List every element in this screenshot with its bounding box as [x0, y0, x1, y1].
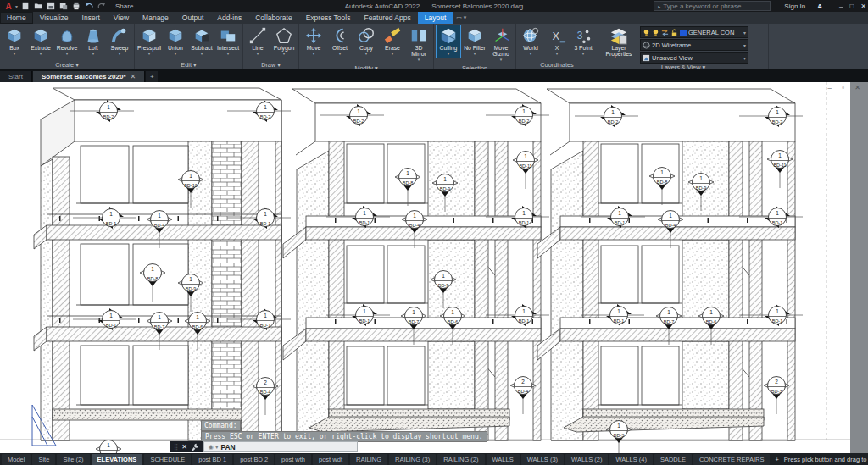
layout-tab-post-bd-1[interactable]: post BD 1 — [192, 454, 232, 465]
ribbon-button-box[interactable]: Box ▾ — [2, 25, 27, 58]
svg-text:1: 1 — [617, 423, 620, 429]
dock-grip-handle[interactable]: ⣿ — [174, 444, 178, 451]
sign-in-button[interactable]: Sign In — [782, 3, 805, 10]
customize-wrench-icon[interactable] — [191, 443, 199, 451]
ribbon-button-move[interactable]: Move ▾ — [301, 25, 326, 58]
visual-style-dropdown[interactable]: 2D Wireframe ▾ — [640, 39, 748, 51]
dock-close-icon[interactable]: ✕ — [181, 443, 187, 451]
layout-tab-walls[interactable]: WALLS — [487, 454, 520, 465]
ribbon-button-x[interactable]: XX ▾ — [544, 25, 570, 58]
ribbon-tab-collaborate[interactable]: Collaborate — [248, 12, 298, 24]
save-as-icon[interactable] — [59, 2, 69, 10]
command-input-field[interactable]: ◉ ▾ PAN — [203, 441, 358, 452]
layout-tab-model[interactable]: Model — [2, 454, 31, 465]
ribbon-display-toggle-icon[interactable]: ▭ ▾ — [456, 14, 466, 21]
svg-text:1: 1 — [778, 152, 782, 158]
ribbon-button-culling[interactable]: Culling ▾ — [436, 25, 461, 58]
folder-open-icon[interactable] — [34, 2, 43, 10]
button-label: Line — [253, 45, 264, 51]
layout-tab-schedule[interactable]: SCHEDULE — [144, 454, 191, 465]
layout-tab-post-bd-2[interactable]: post BD 2 — [234, 454, 274, 465]
move-icon — [304, 26, 323, 45]
ribbon-button-subtract[interactable]: Subtract ▾ — [189, 25, 214, 58]
share-button[interactable]: Share — [114, 3, 133, 10]
gizmo-icon — [492, 26, 510, 45]
chevron-down-icon: ▾ — [582, 51, 585, 57]
layout-tab-walls-3[interactable]: WALLS (3) — [521, 454, 564, 465]
search-input[interactable]: ▸ Type a keyword or phrase — [654, 1, 771, 11]
layout-tab-railing-2[interactable]: RAILING (2) — [437, 454, 484, 465]
ribbon-button-3-point[interactable]: 33 Point ▾ — [570, 25, 596, 58]
ribbon-button-copy[interactable]: Copy ▾ — [353, 25, 379, 58]
layout-tab-saddle[interactable]: SADDLE — [654, 454, 692, 465]
layout-tab-site[interactable]: Site — [32, 454, 55, 465]
panel-title[interactable]: Coordinates — [518, 61, 596, 69]
autodesk-app-icon[interactable]: A — [817, 3, 822, 10]
ribbon-button-loft[interactable]: Loft ▾ — [81, 25, 106, 58]
ribbon-button-3d-mirror[interactable]: 3D Mirror ▾ — [406, 25, 431, 64]
ribbon-button-erase[interactable]: Erase ▾ — [380, 25, 405, 58]
layer-dropdown[interactable]: GENERAL CON ▾ — [640, 26, 748, 38]
ribbon-tab-add-ins[interactable]: Add-ins — [210, 12, 248, 24]
layout-tab-concrete-repairs[interactable]: CONCRETE REPAIRS — [693, 454, 771, 465]
layout-tab-walls-4[interactable]: WALLS (4) — [609, 454, 652, 465]
ribbon-button-union[interactable]: Union ▾ — [163, 25, 188, 58]
ribbon-tab-output[interactable]: Output — [175, 12, 211, 24]
autocad-logo-icon[interactable]: A — [2, 1, 15, 11]
ribbon-tab-manage[interactable]: Manage — [136, 12, 175, 24]
ribbon-button-world[interactable]: World ▾ — [518, 25, 543, 58]
layout-tab-railing[interactable]: RAILING — [350, 454, 387, 465]
logo-dropdown-icon[interactable]: ▾ — [15, 3, 18, 9]
svg-text:BD-8: BD-8 — [147, 276, 159, 281]
undo-icon[interactable] — [85, 2, 94, 10]
redo-icon[interactable] — [97, 2, 107, 10]
panel-title[interactable]: Draw ▾ — [245, 61, 297, 69]
ribbon-button-intersect[interactable]: Intersect ▾ — [215, 25, 241, 58]
save-icon[interactable] — [47, 2, 56, 10]
svg-text:1: 1 — [776, 109, 779, 115]
layout-tab-walls-2[interactable]: WALLS (2) — [565, 454, 608, 465]
layout-tab-site-2[interactable]: Site (2) — [57, 454, 89, 465]
new-tab-button[interactable]: + — [146, 71, 158, 82]
command-line-dock[interactable]: ⣿ ✕ ◉ ▾ PAN — [170, 441, 358, 452]
svg-text:BD-4: BD-4 — [260, 390, 271, 395]
file-tab-start[interactable]: Start — [0, 71, 32, 82]
ribbon-button-layer-properties[interactable]: Layer Properties — [600, 25, 637, 58]
chevron-down-icon: ▾ — [339, 51, 342, 57]
close-button[interactable]: ✕ — [860, 3, 866, 10]
layout-tab-elevations[interactable]: ELEVATIONS — [92, 454, 143, 465]
close-tab-icon[interactable]: ✕ — [131, 73, 136, 80]
ribbon-tab-home[interactable]: Home — [0, 12, 33, 24]
ribbon-button-presspull[interactable]: Presspull ▾ — [136, 25, 162, 58]
ribbon-tab-view[interactable]: View — [107, 12, 136, 24]
ribbon-button-extrude[interactable]: Extrude ▾ — [28, 25, 53, 58]
ribbon-tab-insert[interactable]: Insert — [75, 12, 107, 24]
ribbon-tab-express-tools[interactable]: Express Tools — [299, 12, 358, 24]
layout-tab-railing-3[interactable]: RAILING (3) — [389, 454, 436, 465]
ribbon-button-line[interactable]: Line ▾ — [245, 25, 270, 58]
svg-text:1: 1 — [776, 210, 779, 216]
ribbon-button-move-gizmo[interactable]: Move Gizmo ▾ — [488, 25, 514, 64]
layout-tab-post-wdt[interactable]: post wdt — [313, 454, 348, 465]
ribbon-tab-visualize[interactable]: Visualize — [33, 12, 75, 24]
ribbon-button-polygon[interactable]: Polygon ▾ — [271, 25, 297, 58]
file-tab-somerset-balconies-2020[interactable]: Somerset Balconies 2020* ✕ — [33, 71, 145, 82]
ribbon-tab-layout[interactable]: Layout — [418, 12, 453, 24]
chevron-down-icon: ▾ — [392, 51, 394, 57]
ribbon-tab-featured-apps[interactable]: Featured Apps — [357, 12, 417, 24]
maximize-button[interactable]: □ — [849, 3, 854, 10]
ribbon-button-offset[interactable]: Offset ▾ — [327, 25, 353, 58]
panel-title[interactable]: Create ▾ — [2, 61, 132, 69]
panel-title[interactable]: Edit ▾ — [136, 61, 241, 69]
viewport-window-buttons[interactable]: – ▫ ✕ — [828, 84, 865, 91]
view-dropdown[interactable]: Unsaved View ▾ — [640, 52, 748, 64]
ribbon-button-no-filter[interactable]: No Filter ▾ — [462, 25, 487, 58]
doc-new-icon[interactable] — [21, 2, 31, 10]
ribbon-button-sweep[interactable]: Sweep ▾ — [107, 25, 132, 58]
minimize-button[interactable]: – — [839, 3, 843, 10]
drawing-canvas[interactable]: 1 BD-2 1 BD-2 1 BD-10 1 BD-1 — [0, 82, 868, 453]
plot-icon[interactable] — [72, 2, 81, 10]
layout-tab-post-wth[interactable]: post wth — [275, 454, 311, 465]
add-layout-button[interactable]: + — [770, 454, 783, 465]
ribbon-button-revolve[interactable]: Revolve ▾ — [54, 25, 80, 58]
